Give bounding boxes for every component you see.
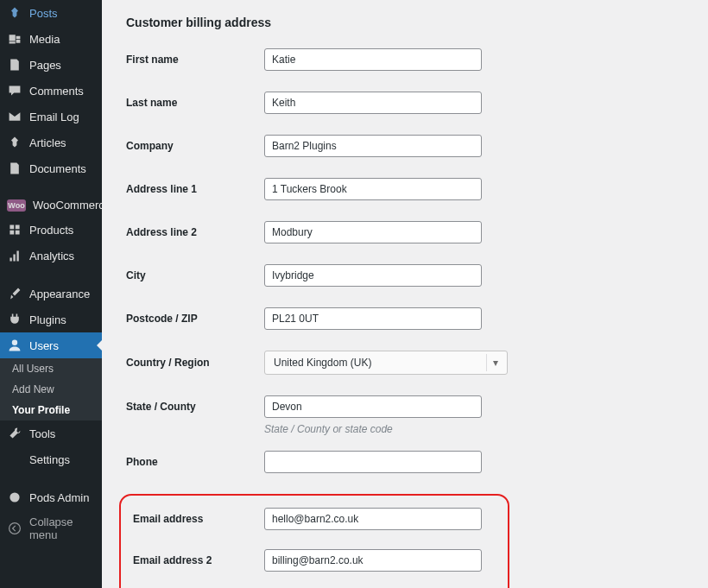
plug-icon (7, 312, 22, 327)
collapse-icon (7, 521, 22, 536)
sidebar-item-woocommerce[interactable]: Woo WooCommerce (0, 193, 102, 217)
phone-input[interactable] (264, 451, 482, 473)
main-content: Customer billing address First name Last… (102, 0, 708, 588)
sidebar-item-plugins[interactable]: Plugins (0, 307, 102, 332)
label-address1: Address line 1 (126, 183, 264, 195)
label-address2: Address line 2 (126, 226, 264, 238)
comment-icon (7, 83, 22, 98)
page-icon (7, 57, 22, 73)
state-description: State / County or state code (264, 423, 708, 435)
city-input[interactable] (264, 264, 482, 287)
sidebar-item-products[interactable]: Products (0, 217, 102, 243)
sidebar-label: Products (29, 224, 73, 237)
sidebar-item-posts[interactable]: Posts (0, 0, 102, 26)
sidebar-item-appearance[interactable]: Appearance (0, 281, 102, 307)
sidebar-label: Media (29, 33, 60, 46)
chevron-down-icon: ▾ (486, 354, 503, 371)
last-name-input[interactable] (264, 92, 482, 114)
sidebar-label: Articles (29, 136, 66, 149)
label-first-name: First name (126, 54, 264, 66)
country-select[interactable]: United Kingdom (UK) ▾ (264, 351, 508, 375)
sidebar-item-tools[interactable]: Tools (0, 420, 102, 446)
products-icon (7, 222, 22, 237)
sidebar-item-collapse[interactable]: Collapse menu (0, 510, 102, 547)
admin-sidebar: Posts Media Pages Comments Email Log Art… (0, 0, 102, 588)
sidebar-label: Posts (29, 7, 58, 20)
postcode-input[interactable] (264, 307, 482, 330)
sidebar-item-documents[interactable]: Documents (0, 155, 102, 181)
sidebar-label: Users (29, 339, 59, 352)
sidebar-label: Collapse menu (29, 515, 95, 541)
country-select-value: United Kingdom (UK) (274, 357, 371, 369)
first-name-input[interactable] (264, 48, 482, 71)
label-email2: Email address 2 (124, 554, 264, 566)
page-title: Customer billing address (126, 16, 708, 29)
sidebar-sub-your-profile[interactable]: Your Profile (0, 400, 102, 420)
label-state: State / County (126, 401, 264, 413)
sidebar-item-media[interactable]: Media (0, 26, 102, 52)
address1-input[interactable] (264, 178, 482, 200)
company-input[interactable] (264, 135, 482, 157)
sidebar-item-analytics[interactable]: Analytics (0, 243, 102, 269)
sidebar-sub-all-users[interactable]: All Users (0, 358, 102, 379)
mail-icon (7, 109, 22, 124)
state-input[interactable] (264, 395, 482, 418)
svg-point-1 (9, 492, 19, 502)
sidebar-label: Pods Admin (29, 491, 89, 504)
sidebar-sub-add-new[interactable]: Add New (0, 379, 102, 400)
label-country: Country / Region (126, 357, 264, 369)
label-postcode: Postcode / ZIP (126, 313, 264, 325)
sliders-icon (7, 452, 22, 467)
sidebar-item-settings[interactable]: Settings (0, 446, 102, 472)
sidebar-item-pods[interactable]: Pods Admin (0, 484, 102, 510)
sidebar-item-pages[interactable]: Pages (0, 52, 102, 78)
sidebar-label: Analytics (29, 250, 74, 262)
woocommerce-icon: Woo (7, 199, 26, 212)
sidebar-label: Email Log (29, 111, 79, 123)
analytics-icon (7, 248, 22, 263)
pin-icon (7, 135, 22, 150)
label-email1: Email address (124, 513, 264, 525)
user-icon (7, 338, 22, 353)
sidebar-item-articles[interactable]: Articles (0, 130, 102, 155)
document-icon (7, 161, 22, 176)
brush-icon (7, 286, 22, 301)
sidebar-label: Appearance (29, 288, 90, 300)
sidebar-label: Comments (29, 85, 84, 98)
address2-input[interactable] (264, 221, 482, 243)
sidebar-item-users[interactable]: Users (0, 332, 102, 358)
sidebar-label: Plugins (29, 313, 66, 326)
pin-icon (7, 5, 22, 21)
svg-point-0 (12, 340, 17, 345)
label-company: Company (126, 140, 264, 152)
sidebar-label: WooCommerce (33, 199, 102, 212)
label-last-name: Last name (126, 97, 264, 109)
sidebar-item-email-log[interactable]: Email Log (0, 104, 102, 130)
label-city: City (126, 269, 264, 281)
sidebar-label: Pages (29, 59, 61, 72)
label-phone: Phone (126, 456, 264, 468)
sidebar-label: Tools (29, 427, 55, 440)
sidebar-label: Documents (29, 162, 86, 175)
email1-input[interactable] (264, 508, 482, 530)
svg-point-2 (9, 523, 21, 534)
pods-icon (7, 490, 22, 505)
media-icon (7, 31, 22, 47)
email2-input[interactable] (264, 549, 482, 572)
wrench-icon (7, 426, 22, 441)
sidebar-label: Settings (29, 453, 70, 466)
sidebar-item-comments[interactable]: Comments (0, 78, 102, 104)
email-highlight-box: Email address Email address 2 Email addr… (119, 494, 509, 588)
